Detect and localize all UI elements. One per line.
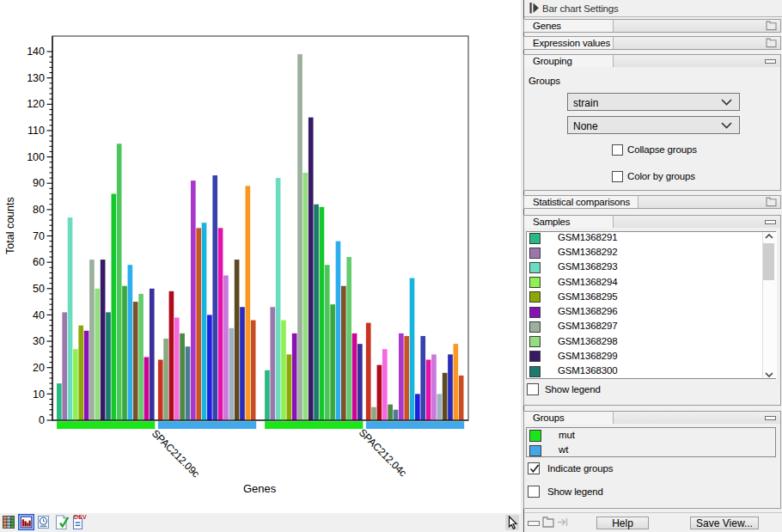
- svg-text:Genes: Genes: [243, 482, 277, 495]
- svg-text:110: 110: [27, 125, 45, 137]
- svg-text:120: 120: [27, 98, 45, 110]
- svg-text:70: 70: [33, 230, 45, 242]
- svg-text:30: 30: [33, 335, 45, 347]
- svg-text:20: 20: [33, 362, 45, 374]
- svg-text:90: 90: [33, 177, 45, 189]
- svg-text:40: 40: [33, 309, 45, 321]
- svg-text:50: 50: [33, 283, 45, 295]
- svg-text:80: 80: [33, 204, 45, 216]
- svg-text:DEV: DEV: [74, 514, 87, 520]
- svg-text:100: 100: [27, 151, 45, 163]
- svg-text:Total counts: Total counts: [4, 197, 16, 254]
- svg-text:0: 0: [39, 414, 45, 426]
- svg-text:10: 10: [33, 388, 45, 401]
- svg-text:60: 60: [33, 256, 45, 268]
- svg-text:130: 130: [27, 72, 45, 84]
- svg-text:140: 140: [27, 46, 45, 58]
